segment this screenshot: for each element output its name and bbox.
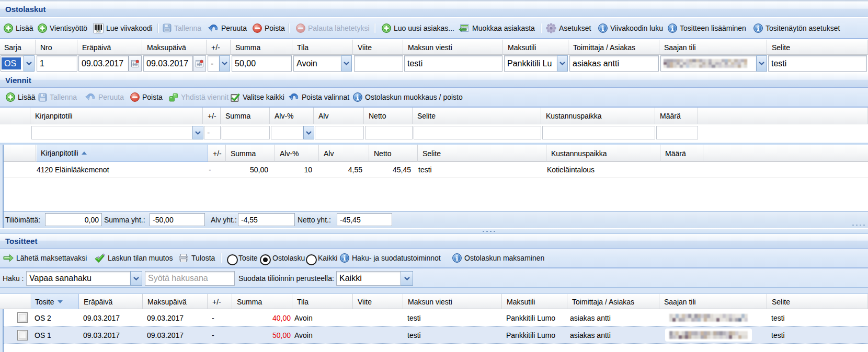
svg-text:300: 300 xyxy=(96,30,100,33)
